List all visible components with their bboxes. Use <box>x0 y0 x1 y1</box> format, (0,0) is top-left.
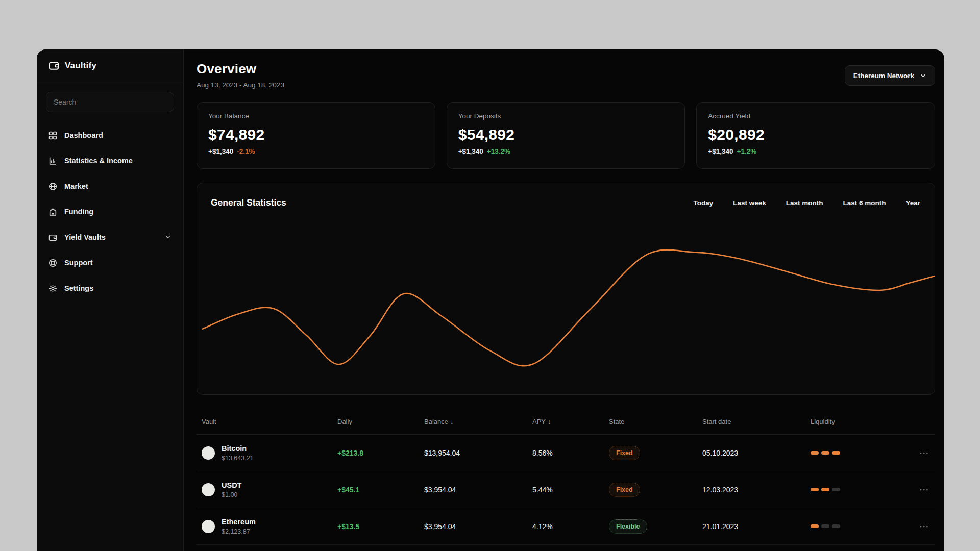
liquidity-indicator <box>811 488 898 491</box>
sidebar-item-yield-vaults[interactable]: Yield Vaults <box>46 224 174 250</box>
start-date: 21.01.2023 <box>697 522 805 531</box>
life-buoy-icon <box>48 259 57 267</box>
gear-icon <box>48 284 57 293</box>
liquidity-dash <box>832 488 840 491</box>
network-selector-button[interactable]: Ethereum Network <box>845 65 935 86</box>
search-input[interactable] <box>46 92 174 112</box>
change-percent: -2.1% <box>237 147 255 155</box>
filter-today[interactable]: Today <box>693 199 713 207</box>
vault-price: $1.00 <box>222 491 241 498</box>
change-amount: +$1,340 <box>208 147 233 155</box>
liquidity-dash <box>821 451 829 455</box>
table-header: Vault Daily Balance↓ APY↓ State Start da… <box>197 409 935 435</box>
liquidity-dash <box>811 451 819 455</box>
sidebar-item-settings[interactable]: Settings <box>46 276 174 301</box>
chart-time-filters: Today Last week Last month Last 6 month … <box>693 199 920 207</box>
balance-card: Your Balance $74,892 +$1,340-2.1% <box>197 102 435 169</box>
sort-down-icon: ↓ <box>548 418 551 425</box>
coin-avatar <box>202 446 215 460</box>
chevron-down-icon[interactable] <box>164 233 172 242</box>
row-menu-button[interactable]: ⋯ <box>898 447 935 459</box>
apy-value: 5.44% <box>527 486 604 494</box>
sidebar-item-label: Statistics & Income <box>64 157 133 165</box>
filter-last-month[interactable]: Last month <box>786 199 823 207</box>
balance-value: $3,954.04 <box>419 486 527 494</box>
row-menu-button[interactable]: ⋯ <box>898 520 935 532</box>
app-window: Vaultify Dashboard Statistics & Income <box>37 49 944 551</box>
wallet-logo-icon <box>48 60 59 71</box>
sidebar-item-dashboard[interactable]: Dashboard <box>46 122 174 148</box>
filter-last-week[interactable]: Last week <box>733 199 766 207</box>
column-balance-sort[interactable]: Balance↓ <box>419 418 527 425</box>
balance-value: $3,954.04 <box>419 522 527 531</box>
dashboard-grid-icon <box>48 131 57 140</box>
home-icon <box>48 208 57 216</box>
column-vault: Vault <box>197 418 332 425</box>
vault-price: $2,123.87 <box>222 528 256 535</box>
column-start-date: Start date <box>697 418 805 425</box>
table-row-ethereum[interactable]: Ethereum $2,123.87 +$13.5 $3,954.04 4.12… <box>197 508 935 545</box>
sidebar-item-funding[interactable]: Funding <box>46 199 174 224</box>
deposits-card: Your Deposits $54,892 +$1,340+13.2% <box>447 102 685 169</box>
card-value: $20,892 <box>708 126 923 143</box>
chevron-down-icon <box>920 72 926 79</box>
sort-down-icon: ↓ <box>450 418 454 425</box>
sidebar-item-statistics[interactable]: Statistics & Income <box>46 148 174 173</box>
filter-last-6-month[interactable]: Last 6 month <box>843 199 886 207</box>
liquidity-indicator <box>811 524 898 528</box>
chart-title: General Statistics <box>211 197 286 208</box>
sidebar-item-label: Funding <box>64 208 93 216</box>
card-value: $54,892 <box>458 126 674 143</box>
sidebar: Vaultify Dashboard Statistics & Income <box>37 49 184 551</box>
start-date: 05.10.2023 <box>697 449 805 457</box>
change-percent: +1.2% <box>737 147 757 155</box>
apy-value: 8.56% <box>527 449 604 457</box>
column-state: State <box>604 418 697 425</box>
globe-icon <box>48 182 57 191</box>
liquidity-indicator <box>811 451 898 455</box>
sidebar-nav: Dashboard Statistics & Income Market Fun… <box>37 116 183 307</box>
table-row-bitcoin[interactable]: Bitcoin $13,643.21 +$213.8 $13,954.04 8.… <box>197 435 935 471</box>
sidebar-item-label: Settings <box>64 284 93 292</box>
state-badge: Fixed <box>609 446 640 460</box>
column-apy-sort[interactable]: APY↓ <box>527 418 604 425</box>
liquidity-dash <box>832 524 840 528</box>
liquidity-dash <box>821 488 829 491</box>
sidebar-item-label: Dashboard <box>64 131 103 139</box>
liquidity-dash <box>832 451 840 455</box>
card-value: $74,892 <box>208 126 424 143</box>
vault-name: Ethereum <box>222 518 256 526</box>
sidebar-item-label: Support <box>64 259 93 267</box>
sidebar-item-label: Yield Vaults <box>64 233 106 241</box>
app-name: Vaultify <box>65 61 96 71</box>
daily-change: +$45.1 <box>332 486 419 494</box>
vault-name: Bitcoin <box>222 444 254 453</box>
liquidity-dash <box>811 488 819 491</box>
liquidity-dash <box>811 524 819 528</box>
start-date: 12.03.2023 <box>697 486 805 494</box>
sidebar-item-market[interactable]: Market <box>46 173 174 199</box>
column-daily: Daily <box>332 418 419 425</box>
yield-card: Accrued Yield $20,892 +$1,340+1.2% <box>696 102 935 169</box>
vault-name: USDT <box>222 481 241 489</box>
sidebar-item-support[interactable]: Support <box>46 250 174 276</box>
card-label: Your Deposits <box>458 112 674 120</box>
card-label: Your Balance <box>208 112 424 120</box>
main-content: Overview Aug 13, 2023 - Aug 18, 2023 Eth… <box>184 49 944 551</box>
network-selector-label: Ethereum Network <box>853 72 914 80</box>
vaults-table: Vault Daily Balance↓ APY↓ State Start da… <box>197 409 935 545</box>
wallet-icon <box>48 233 57 242</box>
daily-change: +$213.8 <box>332 449 419 457</box>
table-row-usdt[interactable]: USDT $1.00 +$45.1 $3,954.04 5.44% Fixed … <box>197 471 935 508</box>
state-badge: Fixed <box>609 483 640 497</box>
app-logo: Vaultify <box>37 49 183 82</box>
date-range: Aug 13, 2023 - Aug 18, 2023 <box>197 81 284 89</box>
coin-avatar <box>202 520 215 533</box>
page-title: Overview <box>197 61 284 77</box>
change-amount: +$1,340 <box>458 147 483 155</box>
filter-year[interactable]: Year <box>905 199 920 207</box>
liquidity-dash <box>821 524 829 528</box>
row-menu-button[interactable]: ⋯ <box>898 484 935 495</box>
state-badge: Flexible <box>609 519 647 534</box>
balance-value: $13,954.04 <box>419 449 527 457</box>
